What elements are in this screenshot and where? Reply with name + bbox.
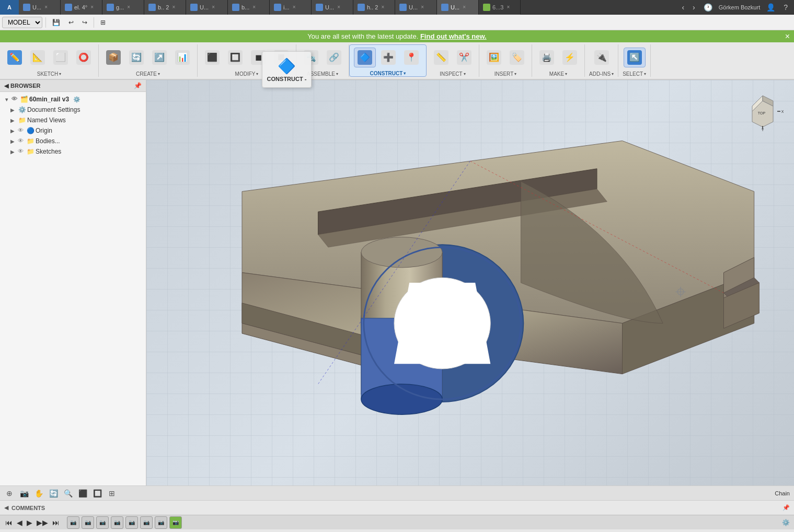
tab-8-close[interactable]: ×: [337, 4, 340, 10]
save-button[interactable]: 💾: [49, 18, 63, 27]
tab-9-close[interactable]: ×: [381, 4, 384, 10]
browser-collapse-icon[interactable]: ◀: [4, 83, 8, 89]
modify-fillet-button[interactable]: 🔲: [225, 48, 246, 67]
tab-1-close[interactable]: ×: [44, 4, 48, 10]
origin-visibility-icon[interactable]: 👁: [18, 127, 25, 134]
sketch-rect-button[interactable]: ⬜: [50, 48, 71, 67]
tab-8[interactable]: U... ×: [312, 0, 353, 15]
create-extrude-button[interactable]: 📦: [103, 48, 124, 67]
tab-12[interactable]: 6...3 ×: [479, 0, 521, 15]
timeline-play-button[interactable]: ▶: [26, 517, 33, 528]
root-settings-icon[interactable]: ⚙️: [73, 96, 80, 103]
assemble-new-button[interactable]: 🔩: [301, 48, 321, 67]
tab-11-close[interactable]: ×: [463, 4, 466, 10]
viewport[interactable]: TOP Y X: [146, 80, 794, 485]
tab-nav-next[interactable]: ›: [691, 2, 697, 13]
undo-button[interactable]: ↩: [65, 18, 77, 27]
status-zoom-icon[interactable]: 🔍: [63, 488, 73, 499]
tab-1[interactable]: U... ×: [19, 0, 61, 15]
timeline-next-button[interactable]: ⏭: [51, 517, 61, 528]
browser-item-origin[interactable]: ▶ 👁 🔵 Origin: [0, 125, 146, 136]
inspect-section-button[interactable]: ✂️: [454, 48, 475, 67]
tab-6-close[interactable]: ×: [252, 4, 256, 10]
browser-item-bodies[interactable]: ▶ 👁 📁 Bodies...: [0, 136, 146, 146]
timeline-thumb-6[interactable]: 📷: [140, 516, 153, 529]
tab-5[interactable]: U... ×: [186, 0, 228, 15]
named-views-expand-icon[interactable]: ▶: [8, 116, 17, 124]
status-display3-icon[interactable]: ⊞: [107, 488, 117, 499]
timeline-thumb-1[interactable]: 📷: [67, 516, 79, 529]
timeline-prev-button[interactable]: ⏮: [4, 517, 14, 528]
create-sweep-button[interactable]: ↗️: [149, 48, 170, 67]
help-icon[interactable]: ?: [781, 2, 790, 13]
browser-item-doc-settings[interactable]: ▶ ⚙️ Document Settings: [0, 105, 146, 115]
modify-shell-button[interactable]: 🔳: [271, 48, 292, 67]
sketch-new-button[interactable]: ✏️: [4, 48, 25, 67]
select-main-button[interactable]: ↖️: [624, 48, 646, 67]
make-laser-button[interactable]: ⚡: [559, 48, 580, 67]
timeline-thumb-5[interactable]: 📷: [125, 516, 138, 529]
root-collapse-icon[interactable]: ▾: [2, 95, 10, 103]
insert-decal-button[interactable]: 🏷️: [507, 48, 527, 67]
create-loft-button[interactable]: 📊: [172, 48, 193, 67]
sketches-expand-icon[interactable]: ▶: [8, 147, 17, 156]
tab-7[interactable]: i... ×: [270, 0, 312, 15]
sketch-line-button[interactable]: 📐: [27, 48, 48, 67]
status-display2-icon[interactable]: 🔲: [92, 488, 102, 499]
tab-2[interactable]: el. 4° ×: [61, 0, 102, 15]
assemble-joint-button[interactable]: 🔗: [324, 48, 344, 67]
construct-point-button[interactable]: 📍: [401, 48, 422, 67]
notification-close[interactable]: ×: [785, 32, 790, 41]
sketch-circle-button[interactable]: ⭕: [73, 48, 94, 67]
sketches-visibility-icon[interactable]: 👁: [18, 148, 25, 155]
browser-item-named-views[interactable]: ▶ 📁 Named Views: [0, 115, 146, 125]
insert-canvas-button[interactable]: 🖼️: [484, 48, 504, 67]
inspect-measure-button[interactable]: 📏: [431, 48, 452, 67]
timeline-thumb-2[interactable]: 📷: [82, 516, 94, 529]
tab-5-close[interactable]: ×: [212, 4, 215, 10]
browser-pin-icon[interactable]: 📌: [134, 82, 142, 89]
doc-settings-expand-icon[interactable]: ▶: [8, 106, 17, 114]
root-visibility-icon[interactable]: 👁: [11, 96, 19, 103]
timeline-thumb-8[interactable]: 📷: [169, 516, 182, 529]
tab-11[interactable]: U... ×: [437, 0, 479, 15]
tab-9[interactable]: h.. 2 ×: [353, 0, 395, 15]
tab-3[interactable]: g... ×: [102, 0, 144, 15]
browser-item-sketches[interactable]: ▶ 👁 📁 Sketches: [0, 146, 146, 157]
timeline-back-button[interactable]: ◀: [16, 517, 24, 528]
status-snap-icon[interactable]: ⊕: [4, 488, 15, 499]
bodies-expand-icon[interactable]: ▶: [8, 137, 17, 145]
timeline-fwd-button[interactable]: ▶▶: [36, 517, 49, 528]
view-cube[interactable]: TOP Y X: [742, 90, 784, 132]
addins-main-button[interactable]: 🔌: [591, 48, 612, 67]
timeline-thumb-3[interactable]: 📷: [96, 516, 109, 529]
browser-root-item[interactable]: ▾ 👁 🗂️ 60min_rail v3 ⚙️: [0, 94, 146, 105]
timeline-thumb-4[interactable]: 📷: [111, 516, 123, 529]
grid-button[interactable]: ⊞: [97, 18, 109, 27]
origin-expand-icon[interactable]: ▶: [8, 126, 17, 135]
timeline-settings-icon[interactable]: ⚙️: [782, 519, 790, 526]
construct-axis-button[interactable]: ➕: [378, 48, 399, 67]
modify-press-button[interactable]: ⬛: [202, 48, 223, 67]
construct-plane-button[interactable]: 🔷: [354, 48, 376, 67]
notification-link[interactable]: Find out what's new.: [420, 32, 487, 40]
make-3d-button[interactable]: 🖨️: [536, 48, 557, 67]
status-camera-icon[interactable]: 📷: [19, 488, 29, 499]
comments-pin-icon[interactable]: 📌: [783, 504, 790, 511]
comments-collapse-icon[interactable]: ◀: [4, 504, 8, 511]
status-orbit-icon[interactable]: 🔄: [48, 488, 59, 499]
tab-4-close[interactable]: ×: [172, 4, 175, 10]
tab-6[interactable]: b... ×: [228, 0, 270, 15]
tab-2-close[interactable]: ×: [90, 4, 94, 10]
tab-7-close[interactable]: ×: [293, 4, 296, 10]
modify-chamfer-button[interactable]: ◼: [248, 48, 269, 67]
status-pan-icon[interactable]: ✋: [33, 488, 44, 499]
tab-4[interactable]: b.. 2 ×: [144, 0, 186, 15]
timeline-thumb-7[interactable]: 📷: [155, 516, 167, 529]
model-selector[interactable]: MODEL: [2, 17, 42, 28]
bodies-visibility-icon[interactable]: 👁: [18, 137, 25, 145]
tab-3-close[interactable]: ×: [127, 4, 130, 10]
redo-button[interactable]: ↪: [79, 18, 90, 27]
tab-12-close[interactable]: ×: [507, 4, 510, 10]
tab-10-close[interactable]: ×: [421, 4, 424, 10]
